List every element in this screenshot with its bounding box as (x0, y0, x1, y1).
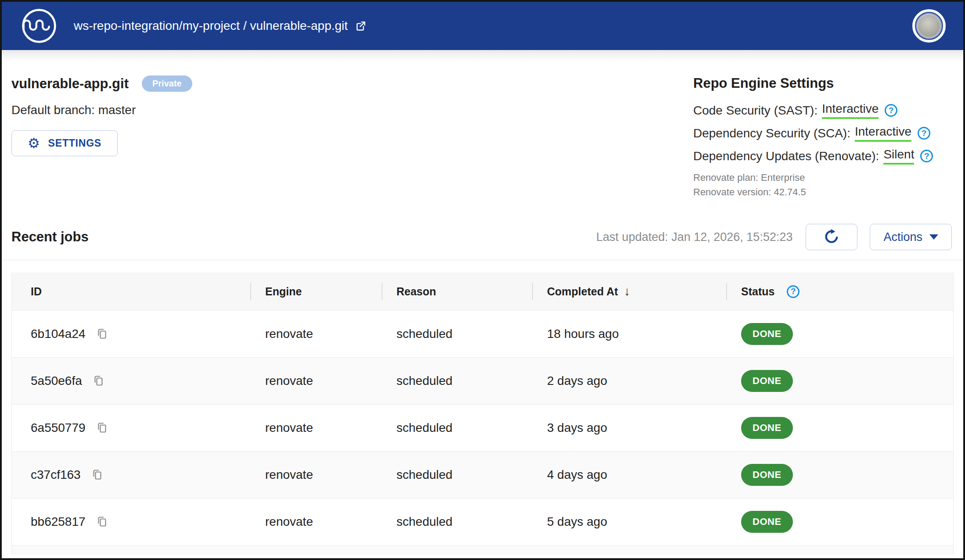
column-header-engine: Engine (250, 273, 382, 310)
copy-icon[interactable] (96, 515, 108, 528)
copy-icon[interactable] (93, 374, 104, 388)
job-completed-at: 4 days ago (532, 468, 726, 482)
renovate-setting-row: Dependency Updates (Renovate): Silent ? (693, 147, 950, 165)
job-id: 6b104a24 (31, 327, 86, 341)
column-header-status: Status ? (726, 273, 953, 310)
app-window: ws-repo-integration/my-project / vulnera… (0, 0, 965, 560)
sast-help-icon[interactable]: ? (885, 104, 897, 117)
recent-jobs-title: Recent jobs (11, 229, 89, 245)
copy-icon[interactable] (96, 421, 108, 434)
status-badge: DONE (741, 464, 793, 486)
status-badge: DONE (741, 370, 793, 392)
status-badge: DONE (741, 323, 793, 345)
section-divider (2, 260, 963, 260)
job-engine: renovate (250, 374, 382, 388)
job-engine: renovate (250, 327, 382, 341)
job-completed-at: 5 days ago (532, 515, 726, 529)
refresh-icon (824, 229, 839, 246)
avatar-image (918, 14, 940, 37)
table-row[interactable]: c37cf163 renovate scheduled 4 days ago D… (12, 451, 953, 498)
job-completed-at: 3 days ago (532, 421, 726, 435)
table-row[interactable]: 6a550779 renovate scheduled 3 days ago D… (12, 404, 953, 451)
copy-icon[interactable] (91, 468, 103, 481)
job-reason: scheduled (382, 468, 532, 482)
refresh-button[interactable] (806, 224, 857, 250)
job-reason: scheduled (382, 374, 532, 388)
gear-icon: ⚙ (28, 136, 40, 150)
renovate-help-icon[interactable]: ? (920, 150, 933, 162)
sast-setting-row: Code Security (SAST): Interactive ? (693, 102, 950, 119)
table-body: 6b104a24 renovate scheduled 18 hours ago… (12, 310, 953, 545)
repo-engine-settings-panel: Repo Engine Settings Code Security (SAST… (693, 75, 950, 199)
table-row[interactable]: 6b104a24 renovate scheduled 18 hours ago… (12, 310, 953, 357)
repo-overview-section: vulnerable-app.git Private Default branc… (2, 61, 963, 199)
content-top-gradient (2, 50, 963, 61)
default-branch-label: Default branch: master (11, 103, 192, 117)
job-reason: scheduled (382, 515, 532, 529)
user-avatar[interactable] (912, 9, 946, 43)
visibility-badge: Private (142, 75, 192, 92)
renovate-version-label: Renovate version: 42.74.5 (693, 185, 950, 199)
job-id: 6a550779 (31, 421, 86, 435)
column-header-completed-at[interactable]: Completed At ↓ (532, 273, 726, 310)
engine-settings-title: Repo Engine Settings (693, 75, 950, 91)
sast-value: Interactive (822, 102, 879, 119)
status-badge: DONE (741, 417, 793, 439)
repo-info-block: vulnerable-app.git Private Default branc… (11, 75, 192, 156)
repo-name: vulnerable-app.git (11, 76, 129, 92)
job-engine: renovate (250, 421, 382, 435)
actions-button[interactable]: Actions (870, 224, 952, 250)
sort-descending-icon: ↓ (624, 284, 630, 298)
column-header-id: ID (12, 273, 250, 310)
sast-label: Code Security (SAST): (693, 104, 817, 118)
breadcrumb[interactable]: ws-repo-integration/my-project / vulnera… (74, 19, 367, 33)
job-id: c37cf163 (31, 468, 81, 482)
column-header-reason: Reason (382, 273, 532, 310)
renovate-value: Silent (883, 147, 914, 165)
job-engine: renovate (250, 468, 382, 482)
job-completed-at: 18 hours ago (532, 327, 726, 341)
renovate-plan-label: Renovate plan: Enterprise (693, 170, 950, 185)
status-help-icon[interactable]: ? (787, 285, 799, 298)
table-row[interactable]: bb625817 renovate scheduled 5 days ago D… (12, 498, 953, 545)
renovate-label: Dependency Updates (Renovate): (693, 149, 879, 163)
external-link-icon[interactable] (355, 20, 367, 32)
top-navigation-bar: ws-repo-integration/my-project / vulnera… (2, 2, 963, 50)
chevron-down-icon (929, 234, 938, 240)
job-completed-at: 2 days ago (532, 374, 726, 388)
settings-button[interactable]: ⚙ SETTINGS (11, 130, 118, 156)
job-reason: scheduled (382, 421, 532, 435)
settings-button-label: SETTINGS (48, 137, 101, 149)
recent-jobs-table: ID Engine Reason Completed At ↓ Status ?… (11, 273, 954, 555)
sca-value: Interactive (855, 125, 911, 142)
sca-label: Dependency Security (SCA): (693, 126, 850, 140)
sca-help-icon[interactable]: ? (918, 127, 930, 140)
recent-jobs-header-bar: Recent jobs Last updated: Jan 12, 2026, … (2, 224, 963, 250)
status-badge: DONE (741, 511, 793, 533)
table-row-partial (12, 545, 953, 555)
table-row[interactable]: 5a50e6fa renovate scheduled 2 days ago D… (12, 357, 953, 404)
breadcrumb-text: ws-repo-integration/my-project / vulnera… (74, 19, 348, 33)
job-id: bb625817 (31, 515, 86, 529)
mend-logo-icon (21, 8, 57, 44)
job-id: 5a50e6fa (31, 374, 82, 388)
sca-setting-row: Dependency Security (SCA): Interactive ? (693, 125, 950, 142)
last-updated-label: Last updated: Jan 12, 2026, 15:52:23 (596, 230, 792, 244)
actions-button-label: Actions (883, 230, 922, 244)
job-engine: renovate (250, 515, 382, 529)
table-header-row: ID Engine Reason Completed At ↓ Status ? (12, 273, 953, 310)
job-reason: scheduled (382, 327, 532, 341)
copy-icon[interactable] (96, 327, 108, 341)
